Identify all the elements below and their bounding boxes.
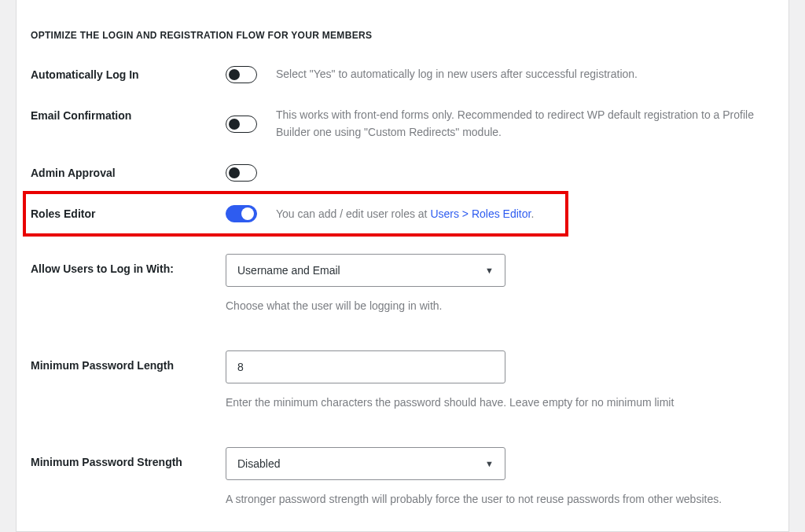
control-col: You can add / edit user roles at Users >… — [226, 205, 774, 222]
admin-approval-label: Admin Approval — [31, 167, 116, 179]
login-with-select[interactable]: Username and Email ▼ — [226, 254, 505, 287]
control-col — [226, 164, 774, 182]
auto-login-desc: Select "Yes" to automatically log in new… — [276, 66, 638, 83]
auto-login-label: Automatically Log In — [31, 68, 139, 81]
toggle-knob — [229, 167, 240, 178]
label-col: Allow Users to Log in With: — [31, 254, 226, 276]
toggle-knob — [229, 119, 240, 130]
row-admin-approval: Admin Approval — [31, 164, 774, 182]
email-confirm-desc: This works with front-end forms only. Re… — [276, 107, 774, 141]
label-col: Automatically Log In — [31, 66, 226, 82]
login-with-label: Allow Users to Log in With: — [31, 262, 174, 275]
roles-editor-link[interactable]: Users > Roles Editor — [430, 207, 531, 220]
auto-login-toggle[interactable] — [226, 66, 257, 83]
row-email-confirm: Email Confirmation This works with front… — [31, 107, 774, 141]
control-line: This works with front-end forms only. Re… — [226, 107, 774, 141]
chevron-down-icon: ▼ — [485, 459, 494, 468]
admin-approval-toggle[interactable] — [226, 164, 257, 182]
toggle-knob — [229, 69, 240, 80]
roles-editor-label: Roles Editor — [31, 207, 95, 220]
label-col: Email Confirmation — [31, 107, 226, 123]
control-col: Disabled ▼ A stronger password strength … — [226, 447, 774, 508]
min-pwd-strength-help: A stronger password strength will probab… — [226, 491, 774, 508]
roles-editor-toggle[interactable] — [226, 205, 257, 222]
label-col: Admin Approval — [31, 164, 226, 180]
row-login-with: Allow Users to Log in With: Username and… — [31, 254, 774, 336]
control-line — [226, 164, 774, 182]
control-col: Enter the minimum characters the passwor… — [226, 350, 774, 433]
roles-editor-desc: You can add / edit user roles at Users >… — [276, 206, 534, 223]
chevron-down-icon: ▼ — [485, 266, 494, 275]
email-confirm-toggle[interactable] — [226, 116, 257, 133]
control-line: You can add / edit user roles at Users >… — [226, 205, 774, 222]
label-col: Roles Editor — [31, 205, 226, 221]
control-col: Username and Email ▼ Choose what the use… — [226, 254, 774, 336]
row-min-pwd-strength: Minimum Password Strength Disabled ▼ A s… — [31, 447, 774, 508]
row-min-pwd-length: Minimum Password Length Enter the minimu… — [31, 350, 774, 433]
section-heading: OPTIMIZE THE LOGIN AND REGISTRATION FLOW… — [31, 30, 774, 41]
login-with-selected: Username and Email — [237, 264, 340, 277]
toggle-knob — [241, 207, 254, 220]
email-confirm-label: Email Confirmation — [31, 109, 131, 122]
roles-editor-desc-prefix: You can add / edit user roles at — [276, 207, 430, 220]
roles-editor-desc-suffix: . — [531, 207, 534, 220]
min-pwd-length-input[interactable] — [226, 350, 505, 383]
row-roles-editor: Roles Editor You can add / edit user rol… — [31, 205, 774, 222]
min-pwd-strength-selected: Disabled — [237, 457, 280, 470]
settings-panel: OPTIMIZE THE LOGIN AND REGISTRATION FLOW… — [16, 0, 789, 532]
label-col: Minimum Password Strength — [31, 447, 226, 469]
control-line: Select "Yes" to automatically log in new… — [226, 66, 774, 83]
control-col: Select "Yes" to automatically log in new… — [226, 66, 774, 83]
min-pwd-strength-select[interactable]: Disabled ▼ — [226, 447, 505, 480]
control-col: This works with front-end forms only. Re… — [226, 107, 774, 141]
login-with-help: Choose what the user will be logging in … — [226, 298, 774, 314]
label-col: Minimum Password Length — [31, 350, 226, 372]
row-auto-login: Automatically Log In Select "Yes" to aut… — [31, 66, 774, 83]
min-pwd-length-label: Minimum Password Length — [31, 359, 174, 372]
min-pwd-strength-label: Minimum Password Strength — [31, 456, 182, 468]
min-pwd-length-help: Enter the minimum characters the passwor… — [226, 394, 774, 411]
